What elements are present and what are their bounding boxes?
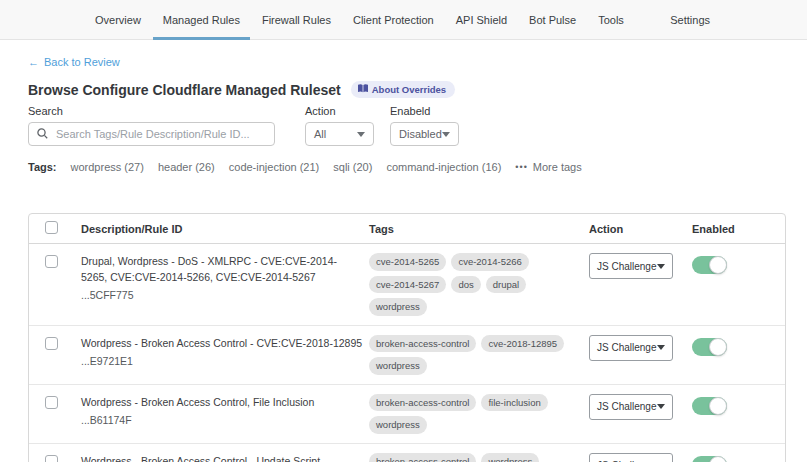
action-select-value: JS Challenge <box>597 401 656 412</box>
book-icon <box>358 84 368 95</box>
rule-tag[interactable]: broken-access-control <box>369 394 476 412</box>
rule-description: Wordpress - Broken Access Control - Upda… <box>81 453 363 462</box>
enabled-toggle[interactable] <box>692 256 727 274</box>
nav-tabs: OverviewManaged RulesFirewall RulesClien… <box>95 0 646 40</box>
toggle-knob <box>709 256 727 274</box>
tags-list: wordpress (27)header (26)code-injection … <box>71 161 502 173</box>
enabled-filter-label: Enabeld <box>390 105 459 117</box>
filter-bar: Search Action All Enabeld Disabled <box>28 105 807 146</box>
back-to-review-link[interactable]: ← Back to Review <box>28 56 120 68</box>
rule-description: Wordpress - Broken Access Control, File … <box>81 394 363 410</box>
toggle-knob <box>709 397 727 415</box>
tag-filter[interactable]: header (26) <box>158 161 215 173</box>
table-row: Wordpress - Broken Access Control - Upda… <box>29 444 785 462</box>
action-select[interactable]: JS Challenge <box>589 453 673 462</box>
enabled-filter-value: Disabled <box>399 128 442 140</box>
more-tags-label: More tags <box>533 161 582 173</box>
toggle-knob <box>709 338 727 356</box>
table-header-row: Description/Rule ID Tags Action Enabled <box>29 214 785 244</box>
rule-tags: broken-access-controlwordpress <box>369 453 589 462</box>
row-checkbox[interactable] <box>45 255 58 268</box>
select-all-checkbox[interactable] <box>45 221 58 234</box>
action-select-value: JS Challenge <box>597 261 656 272</box>
rule-id: ...5CFF775 <box>81 289 363 301</box>
row-checkbox[interactable] <box>45 455 58 462</box>
about-overrides-badge[interactable]: About Overrides <box>351 81 455 98</box>
action-select-value: JS Challenge <box>597 342 656 353</box>
back-link-label: Back to Review <box>44 56 120 68</box>
header-action: Action <box>589 223 684 235</box>
enabled-filter-select[interactable]: Disabled <box>390 122 459 146</box>
rule-tag[interactable]: cve-2014-5265 <box>369 253 446 271</box>
badge-label: About Overrides <box>372 84 446 95</box>
tab-api-shield[interactable]: API Shield <box>456 0 507 40</box>
page-header: Browse Configure Cloudflare Managed Rule… <box>28 81 807 98</box>
rule-tag[interactable]: wordpress <box>369 416 427 434</box>
tab-client-protection[interactable]: Client Protection <box>353 0 434 40</box>
tags-bar: Tags: wordpress (27)header (26)code-inje… <box>28 161 807 173</box>
table-row: Wordpress - Broken Access Control - CVE:… <box>29 326 785 385</box>
tags-bar-label: Tags: <box>28 161 57 173</box>
back-arrow-icon: ← <box>28 56 39 68</box>
row-checkbox[interactable] <box>45 396 58 409</box>
rules-table: Description/Rule ID Tags Action Enabled … <box>28 213 786 462</box>
action-select[interactable]: JS Challenge <box>589 335 673 361</box>
rule-tag[interactable]: broken-access-control <box>369 335 476 353</box>
tab-overview[interactable]: Overview <box>95 0 141 40</box>
enabled-toggle[interactable] <box>692 338 727 356</box>
action-select[interactable]: JS Challenge <box>589 253 673 279</box>
rule-tag[interactable]: wordpress <box>369 357 427 375</box>
rule-tag[interactable]: wordpress <box>369 298 427 316</box>
action-filter-value: All <box>314 128 326 140</box>
enabled-toggle[interactable] <box>692 456 727 462</box>
tag-filter[interactable]: code-injection (21) <box>229 161 320 173</box>
header-enabled: Enabled <box>684 223 785 235</box>
rule-tag[interactable]: file-inclusion <box>481 394 547 412</box>
chevron-down-icon <box>357 132 365 137</box>
table-row: Wordpress - Broken Access Control, File … <box>29 385 785 444</box>
tab-managed-rules[interactable]: Managed Rules <box>163 0 240 40</box>
row-checkbox[interactable] <box>45 337 58 350</box>
table-body: Drupal, Wordpress - DoS - XMLRPC - CVE:C… <box>29 244 785 462</box>
tab-tools[interactable]: Tools <box>598 0 624 40</box>
rule-tag[interactable]: broken-access-control <box>369 453 476 462</box>
chevron-down-icon <box>657 404 665 409</box>
search-icon <box>37 125 48 143</box>
more-tags-button[interactable]: ••• More tags <box>515 161 581 173</box>
rule-tags: broken-access-controlcve-2018-12895wordp… <box>369 335 589 375</box>
rule-tag[interactable]: drupal <box>486 276 526 294</box>
search-label: Search <box>28 105 275 117</box>
rule-tag[interactable]: dos <box>451 276 480 294</box>
action-select[interactable]: JS Challenge <box>589 394 673 420</box>
ellipsis-icon: ••• <box>515 162 527 172</box>
top-nav: OverviewManaged RulesFirewall RulesClien… <box>0 0 807 40</box>
rule-tag[interactable]: cve-2014-5266 <box>451 253 528 271</box>
enabled-toggle[interactable] <box>692 397 727 415</box>
rule-id: ...B61174F <box>81 414 363 426</box>
tab-settings[interactable]: Settings <box>670 0 710 40</box>
tab-bot-pulse[interactable]: Bot Pulse <box>529 0 576 40</box>
action-filter-label: Action <box>305 105 374 117</box>
tag-filter[interactable]: sqli (20) <box>333 161 372 173</box>
search-input[interactable] <box>54 127 266 141</box>
tag-filter[interactable]: wordpress (27) <box>71 161 144 173</box>
table-row: Drupal, Wordpress - DoS - XMLRPC - CVE:C… <box>29 244 785 326</box>
rule-description: Wordpress - Broken Access Control - CVE:… <box>81 335 363 351</box>
rule-tags: cve-2014-5265cve-2014-5266cve-2014-5267d… <box>369 253 589 316</box>
rule-tag[interactable]: cve-2014-5267 <box>369 276 446 294</box>
rule-description: Drupal, Wordpress - DoS - XMLRPC - CVE:C… <box>81 253 363 285</box>
header-description: Description/Rule ID <box>81 223 369 235</box>
rule-tags: broken-access-controlfile-inclusionwordp… <box>369 394 589 434</box>
search-box <box>28 122 275 146</box>
toggle-knob <box>709 456 727 462</box>
rule-tag[interactable]: cve-2018-12895 <box>481 335 564 353</box>
tag-filter[interactable]: command-injection (16) <box>386 161 501 173</box>
header-tags: Tags <box>369 223 589 235</box>
action-filter-select[interactable]: All <box>305 122 374 146</box>
chevron-down-icon <box>657 345 665 350</box>
rule-tag[interactable]: wordpress <box>481 453 539 462</box>
rule-id: ...E9721E1 <box>81 355 363 367</box>
page-title: Browse Configure Cloudflare Managed Rule… <box>28 82 341 98</box>
tab-firewall-rules[interactable]: Firewall Rules <box>262 0 331 40</box>
chevron-down-icon <box>442 132 450 137</box>
